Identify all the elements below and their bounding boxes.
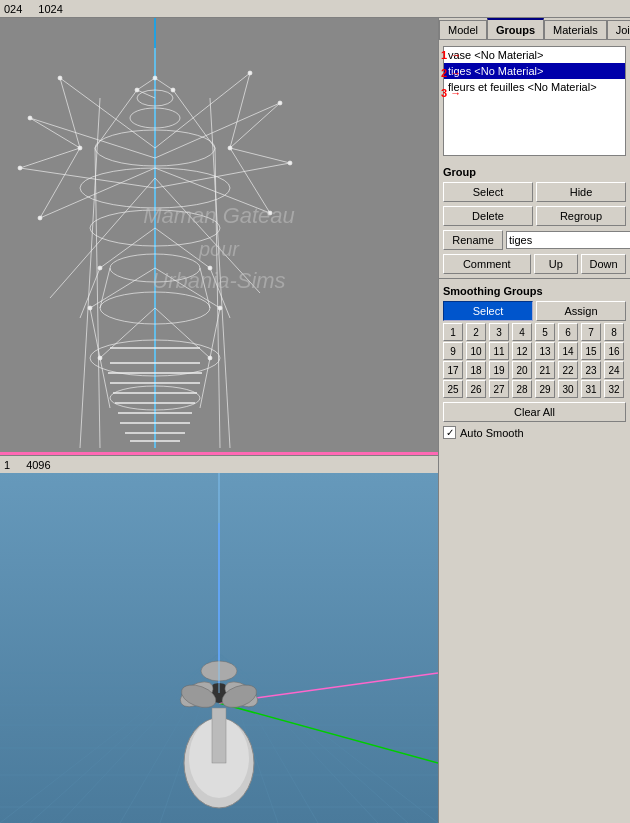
auto-smooth-checkbox[interactable]: ✓ bbox=[443, 426, 456, 439]
smooth-num-11[interactable]: 11 bbox=[489, 342, 509, 360]
group-item-vase[interactable]: vase <No Material> bbox=[444, 47, 625, 63]
smooth-num-28[interactable]: 28 bbox=[512, 380, 532, 398]
svg-point-48 bbox=[38, 216, 42, 220]
smooth-num-26[interactable]: 26 bbox=[466, 380, 486, 398]
smooth-num-31[interactable]: 31 bbox=[581, 380, 601, 398]
group-delete-button[interactable]: Delete bbox=[443, 206, 533, 226]
group-rename-button[interactable]: Rename bbox=[443, 230, 503, 250]
comment-up-down-row: Comment Up Down bbox=[439, 252, 630, 276]
svg-point-40 bbox=[135, 88, 139, 92]
tab-groups[interactable]: Groups bbox=[487, 18, 544, 39]
smooth-num-19[interactable]: 19 bbox=[489, 361, 509, 379]
group-section-label: Group bbox=[439, 162, 630, 180]
smoothing-section-label: Smoothing Groups bbox=[439, 281, 630, 299]
bottom-coord1: 1 bbox=[4, 459, 10, 471]
smooth-num-1[interactable]: 1 bbox=[443, 323, 463, 341]
svg-point-45 bbox=[248, 71, 252, 75]
smooth-num-4[interactable]: 4 bbox=[512, 323, 532, 341]
viewport-canvas-top: Maman Gateau pour Urbania-Sims bbox=[0, 18, 438, 455]
smooth-num-20[interactable]: 20 bbox=[512, 361, 532, 379]
viewport-bottom[interactable] bbox=[0, 473, 438, 823]
svg-rect-105 bbox=[212, 708, 226, 763]
tab-materials[interactable]: Materials bbox=[544, 20, 607, 39]
group-item-tiges[interactable]: tiges <No Material> bbox=[444, 63, 625, 79]
viewport-bottom-bar: 1 4096 bbox=[0, 455, 438, 473]
group-hide-button[interactable]: Hide bbox=[536, 182, 626, 202]
tab-joints[interactable]: Joints bbox=[607, 20, 630, 39]
svg-point-49 bbox=[268, 211, 272, 215]
auto-smooth-label: Auto Smooth bbox=[460, 427, 524, 439]
clear-all-button[interactable]: Clear All bbox=[443, 402, 626, 422]
group-down-button[interactable]: Down bbox=[581, 254, 626, 274]
svg-point-39 bbox=[153, 76, 157, 80]
group-item-fleurs[interactable]: fleurs et feuilles <No Material> bbox=[444, 79, 625, 95]
smooth-assign-button[interactable]: Assign bbox=[536, 301, 626, 321]
viewport-area: Maman Gateau pour Urbania-Sims 1 4096 bbox=[0, 18, 438, 823]
smooth-select-button[interactable]: Select bbox=[443, 301, 533, 321]
smooth-num-5[interactable]: 5 bbox=[535, 323, 555, 341]
smooth-num-17[interactable]: 17 bbox=[443, 361, 463, 379]
group-regroup-button[interactable]: Regroup bbox=[536, 206, 626, 226]
tab-model[interactable]: Model bbox=[439, 20, 487, 39]
group-select-button[interactable]: Select bbox=[443, 182, 533, 202]
smooth-num-16[interactable]: 16 bbox=[604, 342, 624, 360]
coord-x: 024 bbox=[4, 3, 22, 15]
wireframe-svg bbox=[0, 18, 438, 455]
smooth-num-27[interactable]: 27 bbox=[489, 380, 509, 398]
smooth-num-8[interactable]: 8 bbox=[604, 323, 624, 341]
smooth-num-2[interactable]: 2 bbox=[466, 323, 486, 341]
svg-point-41 bbox=[171, 88, 175, 92]
smooth-num-9[interactable]: 9 bbox=[443, 342, 463, 360]
smooth-select-assign-row: Select Assign bbox=[439, 299, 630, 323]
groups-list[interactable]: vase <No Material> tiges <No Material> f… bbox=[443, 46, 626, 156]
svg-point-47 bbox=[278, 101, 282, 105]
smooth-num-3[interactable]: 3 bbox=[489, 323, 509, 341]
delete-regroup-row: Delete Regroup bbox=[439, 204, 630, 228]
smooth-num-32[interactable]: 32 bbox=[604, 380, 624, 398]
right-panel: Model Groups Materials Joints 1 → 2 → 3 … bbox=[438, 18, 630, 823]
coord-y: 1024 bbox=[38, 3, 62, 15]
svg-point-43 bbox=[228, 146, 232, 150]
smooth-num-29[interactable]: 29 bbox=[535, 380, 555, 398]
group-comment-button[interactable]: Comment bbox=[443, 254, 531, 274]
smooth-num-14[interactable]: 14 bbox=[558, 342, 578, 360]
smooth-num-30[interactable]: 30 bbox=[558, 380, 578, 398]
smooth-num-18[interactable]: 18 bbox=[466, 361, 486, 379]
grid-svg bbox=[0, 473, 438, 823]
select-hide-row: Select Hide bbox=[439, 180, 630, 204]
smooth-num-25[interactable]: 25 bbox=[443, 380, 463, 398]
group-up-button[interactable]: Up bbox=[534, 254, 579, 274]
svg-point-42 bbox=[78, 146, 82, 150]
main-layout: Maman Gateau pour Urbania-Sims 1 4096 bbox=[0, 18, 630, 823]
svg-point-46 bbox=[28, 116, 32, 120]
separator-1 bbox=[439, 278, 630, 279]
rename-input[interactable] bbox=[506, 231, 630, 249]
smooth-grid: 1234567891011121314151617181920212223242… bbox=[439, 323, 630, 400]
smooth-num-12[interactable]: 12 bbox=[512, 342, 532, 360]
top-bar: 024 1024 bbox=[0, 0, 630, 18]
svg-point-50 bbox=[18, 166, 22, 170]
svg-point-51 bbox=[288, 161, 292, 165]
smooth-num-22[interactable]: 22 bbox=[558, 361, 578, 379]
bottom-coord2: 4096 bbox=[26, 459, 50, 471]
smooth-num-24[interactable]: 24 bbox=[604, 361, 624, 379]
smooth-num-21[interactable]: 21 bbox=[535, 361, 555, 379]
smooth-num-23[interactable]: 23 bbox=[581, 361, 601, 379]
smooth-num-7[interactable]: 7 bbox=[581, 323, 601, 341]
smooth-num-6[interactable]: 6 bbox=[558, 323, 578, 341]
viewport-top[interactable]: Maman Gateau pour Urbania-Sims bbox=[0, 18, 438, 455]
tab-bar: Model Groups Materials Joints bbox=[439, 18, 630, 40]
smooth-num-13[interactable]: 13 bbox=[535, 342, 555, 360]
smooth-num-10[interactable]: 10 bbox=[466, 342, 486, 360]
auto-smooth-row: ✓ Auto Smooth bbox=[439, 424, 630, 441]
pink-line bbox=[0, 452, 438, 455]
svg-point-44 bbox=[58, 76, 62, 80]
rename-row: Rename bbox=[439, 228, 630, 252]
smooth-num-15[interactable]: 15 bbox=[581, 342, 601, 360]
